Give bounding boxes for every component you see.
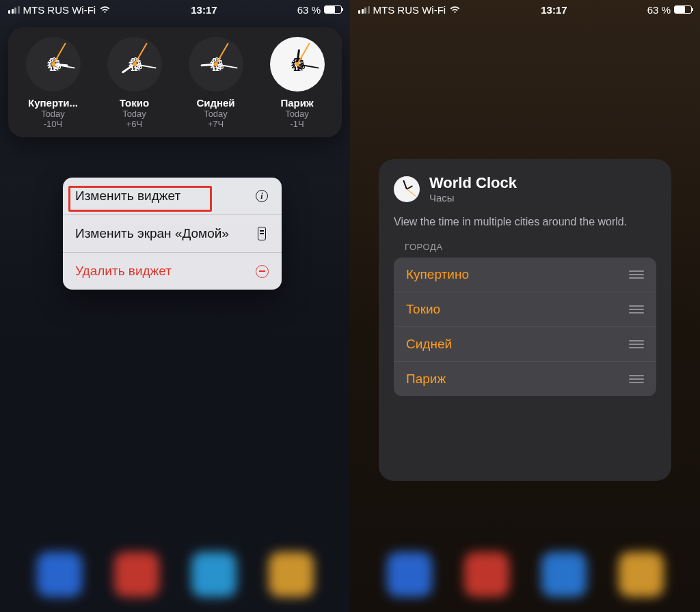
drag-handle-icon[interactable] [629,340,644,348]
widget-edit-sheet: World Clock Часы View the time in multip… [379,159,671,481]
section-label: ГОРОДА [405,242,656,252]
status-time: 13:17 [541,4,567,16]
analog-clock: 123456789101112 [107,37,162,92]
drag-handle-icon[interactable] [629,305,644,314]
offset-label: +6Ч [126,119,143,129]
city-name: Токио [120,97,149,109]
wifi-icon [99,5,111,14]
carrier-label: MTS RUS Wi-Fi [23,4,96,16]
context-menu: Изменить виджет i Изменить экран «Домой»… [63,178,282,290]
dock-app[interactable] [464,552,509,597]
menu-edit-widget[interactable]: Изменить виджет i [63,178,282,215]
sheet-description: View the time in multiple cities around … [394,214,656,230]
battery-icon [324,5,342,14]
drag-handle-icon[interactable] [629,270,644,279]
menu-remove-widget[interactable]: Удалить виджет [63,253,282,290]
day-label: Today [285,109,309,119]
signal-icon [8,6,20,14]
battery-label: 63 % [647,4,671,16]
menu-label: Изменить экран «Домой» [75,226,229,241]
city-row[interactable]: Сидней [394,327,656,362]
screen-left: MTS RUS Wi-Fi 13:17 63 % 123456789101112… [0,0,350,612]
offset-label: +7Ч [208,119,224,129]
city-row[interactable]: Купертино [394,258,656,292]
dock-app[interactable] [269,552,314,597]
minus-circle-icon [254,264,269,279]
dock-app[interactable] [619,552,664,597]
dock-app[interactable] [541,552,587,597]
battery-icon [674,5,692,14]
menu-label: Удалить виджет [75,264,172,279]
city-name: Париж [406,372,446,387]
dock-app[interactable] [114,552,159,597]
sheet-subtitle: Часы [429,192,517,204]
sheet-title: World Clock [429,174,517,192]
dock-app[interactable] [191,552,237,597]
city-name: Сидней [196,97,234,109]
dock [0,537,350,612]
city-name: Токио [406,302,440,317]
battery-label: 63 % [297,4,321,16]
analog-clock: 123456789101112 [270,37,325,92]
carrier-label: MTS RUS Wi-Fi [373,4,446,16]
dock-app[interactable] [387,552,432,597]
signal-icon [358,6,370,14]
screen-right: MTS RUS Wi-Fi 13:17 63 % World Clock Час… [350,0,700,612]
drag-handle-icon[interactable] [629,375,644,383]
city-name: Сидней [406,337,452,352]
clock-item: 123456789101112СиднейToday+7Ч [178,37,254,129]
analog-clock: 123456789101112 [189,37,243,92]
day-label: Today [41,109,65,119]
menu-edit-home[interactable]: Изменить экран «Домой» [63,215,282,253]
dock-app[interactable] [37,552,82,597]
clock-item: 123456789101112ПарижToday-1Ч [260,37,335,129]
clock-item: 123456789101112Куперти...Today-10Ч [16,37,91,129]
day-label: Today [122,109,146,119]
city-row[interactable]: Париж [394,362,656,396]
city-name: Куперти... [28,97,78,109]
status-bar: MTS RUS Wi-Fi 13:17 63 % [0,0,350,19]
status-time: 13:17 [191,4,217,16]
info-icon: i [254,189,269,204]
city-row[interactable]: Токио [394,292,656,327]
dock [350,537,700,612]
city-name: Купертино [406,267,469,282]
clock-app-icon [394,176,420,202]
clock-item: 123456789101112ТокиоToday+6Ч [97,37,172,129]
apps-icon [254,226,269,241]
menu-label: Изменить виджет [75,189,180,204]
city-list: КупертиноТокиоСиднейПариж [394,258,656,396]
offset-label: -10Ч [44,119,62,129]
wifi-icon [449,5,461,14]
city-name: Париж [280,97,313,109]
world-clock-widget[interactable]: 123456789101112Куперти...Today-10Ч123456… [8,27,342,137]
day-label: Today [204,109,228,119]
analog-clock: 123456789101112 [26,37,81,92]
status-bar: MTS RUS Wi-Fi 13:17 63 % [350,0,700,19]
offset-label: -1Ч [290,119,304,129]
